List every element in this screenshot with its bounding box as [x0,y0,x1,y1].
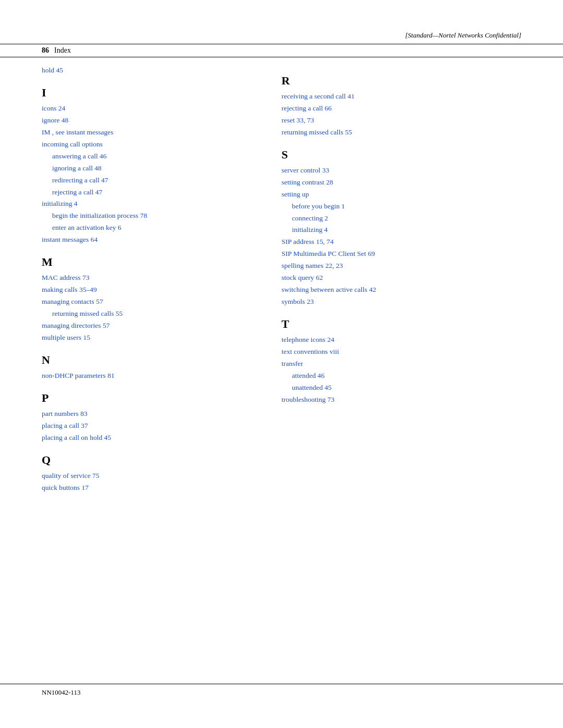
index-link-stock-query[interactable]: stock query 62 [282,272,521,284]
index-link-returning-missed-calls-m[interactable]: returning missed calls 55 [42,308,261,320]
section-letter-n: N [42,353,261,367]
index-link-setting-contrast[interactable]: setting contrast 28 [282,177,521,189]
index-link-telephone-icons[interactable]: telephone icons 24 [282,334,521,346]
page-footer: NN10042-113 [0,684,563,697]
index-link-receiving-second-call[interactable]: receiving a second call 41 [282,91,521,103]
index-link-transfer[interactable]: transfer [282,358,521,370]
index-link-multiple-users[interactable]: multiple users 15 [42,332,261,344]
index-link-im[interactable]: IM , see instant messages [42,127,261,139]
page-number: 86 [42,46,49,55]
index-link-quick-buttons[interactable]: quick buttons 17 [42,482,261,494]
index-link-ignore[interactable]: ignore 48 [42,115,261,127]
index-link-rejecting-call-47[interactable]: rejecting a call 47 [42,187,261,199]
index-link-activation-key[interactable]: enter an activation key 6 [42,222,261,234]
section-p-entries: part numbers 83 placing a call 37 placin… [42,408,261,444]
index-link-redirecting-call[interactable]: redirecting a call 47 [42,175,261,187]
index-link-making-calls[interactable]: making calls 35–49 [42,284,261,296]
index-link-answering-call[interactable]: answering a call 46 [42,151,261,163]
page-label: Index [54,46,71,55]
left-column: hold 45 I icons 24 ignore 48 IM , see in… [42,65,261,495]
index-link-switching-between-active-calls[interactable]: switching between active calls 42 [282,284,521,296]
index-link-rejecting-call-66[interactable]: rejecting a call 66 [282,103,521,115]
index-link-initializing-s[interactable]: initializing 4 [282,224,521,236]
index-link-ignoring-call[interactable]: ignoring a call 48 [42,163,261,175]
index-link-attended[interactable]: attended 46 [282,370,521,382]
index-link-connecting[interactable]: connecting 2 [282,213,521,225]
index-link-mac-address[interactable]: MAC address 73 [42,272,261,284]
index-link-sip-address[interactable]: SIP address 15, 74 [282,236,521,248]
right-column: R receiving a second call 41 rejecting a… [282,65,521,495]
index-link-instant-messages[interactable]: instant messages 64 [42,234,261,246]
index-link-troubleshooting[interactable]: troubleshooting 73 [282,394,521,406]
index-link-non-dhcp[interactable]: non-DHCP parameters 81 [42,370,261,382]
index-link-spelling-names[interactable]: spelling names 22, 23 [282,260,521,272]
index-link-part-numbers[interactable]: part numbers 83 [42,408,261,420]
index-link-setting-up[interactable]: setting up [282,189,521,201]
section-n-entries: non-DHCP parameters 81 [42,370,261,382]
index-link-placing-call[interactable]: placing a call 37 [42,420,261,432]
index-link-begin-init[interactable]: begin the initialization process 78 [42,210,261,222]
section-letter-s: S [282,148,521,162]
footer-text: NN10042-113 [42,688,81,696]
section-letter-r: R [282,74,521,88]
section-r-entries: receiving a second call 41 rejecting a c… [282,91,521,139]
content-area: hold 45 I icons 24 ignore 48 IM , see in… [0,65,563,495]
index-link-reset[interactable]: reset 33, 73 [282,115,521,127]
section-letter-q: Q [42,453,261,467]
index-link-icons[interactable]: icons 24 [42,103,261,115]
section-s-entries: server control 33 setting contrast 28 se… [282,165,521,308]
index-link-sip-multimedia[interactable]: SIP Multimedia PC Client Set 69 [282,248,521,260]
section-m-entries: MAC address 73 making calls 35–49 managi… [42,272,261,344]
index-link-server-control[interactable]: server control 33 [282,165,521,177]
section-letter-p: P [42,391,261,405]
section-t-entries: telephone icons 24 text conventions viii… [282,334,521,406]
index-link-incoming-call-options[interactable]: incoming call options [42,139,261,151]
index-link-initializing[interactable]: initializing 4 [42,198,261,210]
index-link-placing-call-on-hold[interactable]: placing a call on hold 45 [42,432,261,444]
index-link-managing-contacts[interactable]: managing contacts 57 [42,296,261,308]
page: [Standard—Nortel Networks Confidential] … [0,0,563,728]
index-link-managing-directories[interactable]: managing directories 57 [42,320,261,332]
hold-entry: hold 45 [42,65,261,77]
index-link-quality-of-service[interactable]: quality of service 75 [42,470,261,482]
section-letter-m: M [42,255,261,269]
page-header: [Standard—Nortel Networks Confidential] [0,0,563,44]
section-letter-i: I [42,86,261,100]
index-link-hold[interactable]: hold 45 [42,65,261,77]
index-link-before-you-begin[interactable]: before you begin 1 [282,201,521,213]
index-link-text-conventions[interactable]: text conventions viii [282,346,521,358]
section-i-entries: icons 24 ignore 48 IM , see instant mess… [42,103,261,246]
section-q-entries: quality of service 75 quick buttons 17 [42,470,261,494]
index-link-unattended[interactable]: unattended 45 [282,382,521,394]
section-letter-t: T [282,317,521,331]
header-title: [Standard—Nortel Networks Confidential] [405,31,521,40]
index-link-symbols[interactable]: symbols 23 [282,296,521,308]
index-link-returning-missed-calls-r[interactable]: returning missed calls 55 [282,127,521,139]
subheader: 86 Index [0,44,563,57]
